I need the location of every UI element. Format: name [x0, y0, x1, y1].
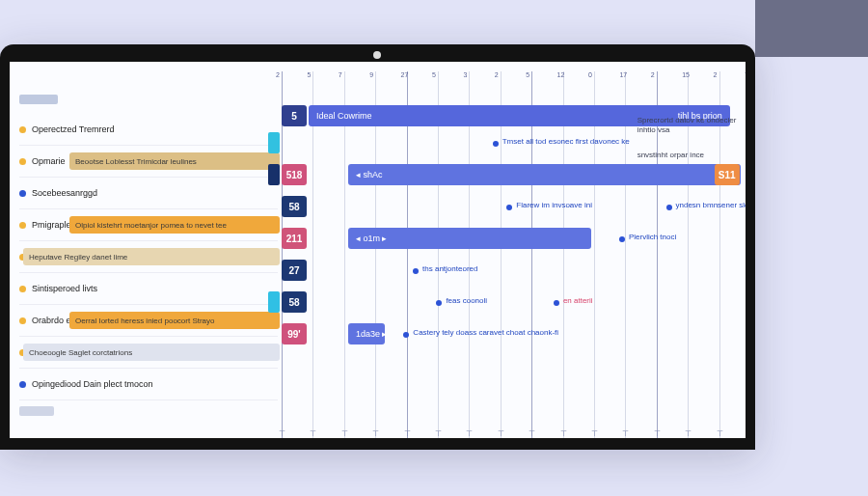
side-note: snvstinht orpar ince: [637, 151, 738, 160]
row-bullet-icon: [19, 190, 26, 197]
row-bullet-icon: [19, 317, 26, 324]
tick-bottom: ⊤: [717, 429, 723, 438]
task-label: Opmarie: [32, 156, 66, 166]
tick-bottom: ⊤: [529, 429, 535, 438]
task-row[interactable]: Orabrdo etOerral Iorted heress inied poo…: [19, 305, 278, 337]
tick-label: 17: [619, 71, 627, 78]
task-label: Operectzed Tremrerd: [32, 124, 115, 134]
marker-dot[interactable]: [403, 332, 409, 338]
marker-dot[interactable]: [493, 141, 499, 147]
tick-bottom: ⊤: [622, 429, 629, 438]
row-cap: [268, 291, 280, 313]
task-row[interactable]: Operectzed Tremrerd: [19, 114, 278, 146]
marker-dot[interactable]: [413, 268, 419, 274]
tick-bottom: ⊤: [466, 429, 473, 438]
tick-label: 2: [651, 71, 655, 78]
task-list: Operectzed TremrerdOpmarieBeootse Lobles…: [19, 95, 278, 420]
tick-label: 5: [307, 71, 311, 78]
bar-row: 99'1da3e ▸Castery tely doass caravet cho…: [282, 318, 736, 350]
marker-label: feas coonoli: [446, 296, 487, 305]
gantt-bar[interactable]: ◂ o1m ▸: [348, 228, 591, 249]
row-cap: [268, 132, 280, 153]
tick-label: 7: [745, 71, 746, 78]
bar-row: 518◂ shAcS11: [282, 159, 736, 191]
marker-label: Flarew im invsoave ini: [516, 201, 592, 209]
header-index-badge: 5: [282, 105, 307, 126]
marker-dot[interactable]: [619, 236, 625, 242]
row-bullet-icon: [19, 126, 26, 133]
task-pill[interactable]: Choeoogle Saglet corctatrions: [23, 344, 280, 361]
row-badge: 211: [282, 228, 307, 249]
tick-bottom: ⊤: [560, 429, 567, 438]
tick-label: 12: [557, 71, 565, 78]
tick-label: 9: [369, 71, 373, 78]
task-pill[interactable]: Beootse Loblesst Trimicdar leulines: [69, 152, 280, 170]
marker-dot[interactable]: [554, 300, 559, 306]
tick-ruler: 2⊤5⊤7⊤9⊤27⊤5⊤3⊤2⊤5⊤12⊤0⊤17⊤2⊤15⊤2⊤7⊤: [282, 71, 736, 91]
task-label: Socebeesanrggd: [32, 188, 97, 198]
marker-label: en atterii: [563, 296, 593, 305]
task-label: Sintisperoed livts: [32, 284, 97, 293]
tick-label: 27: [401, 71, 409, 78]
task-row[interactable]: Choeoogle Saglet corctatrions: [19, 337, 278, 369]
task-pill[interactable]: Heputave Regiley danet lime: [23, 248, 280, 265]
tick-label: 0: [588, 71, 592, 78]
marker-label: Tmset all tod esonec first davonec ke: [502, 137, 630, 146]
row-right-badge: S11: [715, 164, 740, 185]
task-row[interactable]: Heputave Regiley danet lime: [19, 241, 278, 273]
tick-bottom: ⊤: [654, 429, 661, 438]
row-badge: 27: [282, 260, 307, 281]
tick-bottom: ⊤: [341, 429, 348, 438]
camera-dot: [373, 51, 381, 59]
marker-dot[interactable]: [436, 300, 442, 306]
tick-label: 2: [276, 71, 280, 78]
tick-label: 2: [714, 71, 718, 78]
row-cap: [268, 164, 280, 185]
row-bullet-icon: [19, 381, 26, 388]
placeholder-chip: [19, 406, 54, 416]
row-badge: 518: [282, 164, 307, 185]
marker-dot[interactable]: [506, 205, 512, 210]
tick-bottom: ⊤: [279, 429, 285, 438]
row-bullet-icon: [19, 158, 26, 165]
monitor-frame: Operectzed TremrerdOpmarieBeootse Lobles…: [0, 44, 755, 450]
row-badge: 99': [282, 323, 307, 344]
task-pill[interactable]: Olpiol kistehrt moetanjor pomea to nevet…: [69, 216, 280, 234]
task-label: Pmigraple: [32, 220, 71, 230]
bar-row: 58feas coonolien atterii: [282, 287, 736, 318]
task-row[interactable]: Socebeesanrggd: [19, 178, 278, 209]
placeholder-chip: [19, 95, 58, 104]
tick-label: 2: [495, 71, 499, 78]
task-pill[interactable]: Oerral Iorted heress inied poocort Stray…: [69, 312, 280, 329]
task-row[interactable]: PmigrapleOlpiol kistehrt moetanjor pomea…: [19, 209, 278, 241]
gantt-bar[interactable]: ◂ shAc: [348, 164, 741, 185]
tick-bottom: ⊤: [404, 429, 411, 438]
bar-area: 5Ideal Cowrimetihl bs prionTmset all tod…: [282, 108, 736, 382]
bar-row: 27ths antjonteored: [282, 255, 736, 287]
task-label: Orabrdo et: [32, 316, 73, 325]
tick-bottom: ⊤: [685, 429, 692, 438]
gantt-bar[interactable]: 1da3e ▸: [348, 323, 385, 344]
bar-row: [282, 350, 736, 382]
tick-label: 5: [526, 71, 529, 78]
timeline-area[interactable]: 2⊤5⊤7⊤9⊤27⊤5⊤3⊤2⊤5⊤12⊤0⊤17⊤2⊤15⊤2⊤7⊤ 5Id…: [282, 71, 736, 428]
tick-bottom: ⊤: [498, 429, 504, 438]
tick-bottom: ⊤: [372, 429, 379, 438]
bar-row: 58Flarew im invsoave iniyndesn bmnsener …: [282, 191, 736, 223]
task-row[interactable]: Opingediood Dain plect tmocon: [19, 369, 278, 400]
marker-dot[interactable]: [666, 205, 672, 210]
marker-label: Plervlich tnoci: [629, 233, 676, 241]
task-row[interactable]: OpmarieBeootse Loblesst Trimicdar leulin…: [19, 146, 278, 178]
row-bullet-icon: [19, 222, 26, 229]
tick-label: 7: [339, 71, 342, 78]
tick-bottom: ⊤: [591, 429, 598, 438]
row-badge: 58: [282, 291, 307, 313]
task-label: Opingediood Dain plect tmocon: [32, 379, 153, 389]
tick-label: 5: [432, 71, 436, 78]
tick-bottom: ⊤: [435, 429, 442, 438]
tick-label: 3: [463, 71, 467, 78]
marker-label: Castery tely doass caravet choat chaonk-…: [413, 328, 558, 337]
monitor-stand: [755, 0, 868, 57]
task-row[interactable]: Sintisperoed livts: [19, 273, 278, 305]
marker-label: ths antjonteored: [422, 264, 477, 273]
